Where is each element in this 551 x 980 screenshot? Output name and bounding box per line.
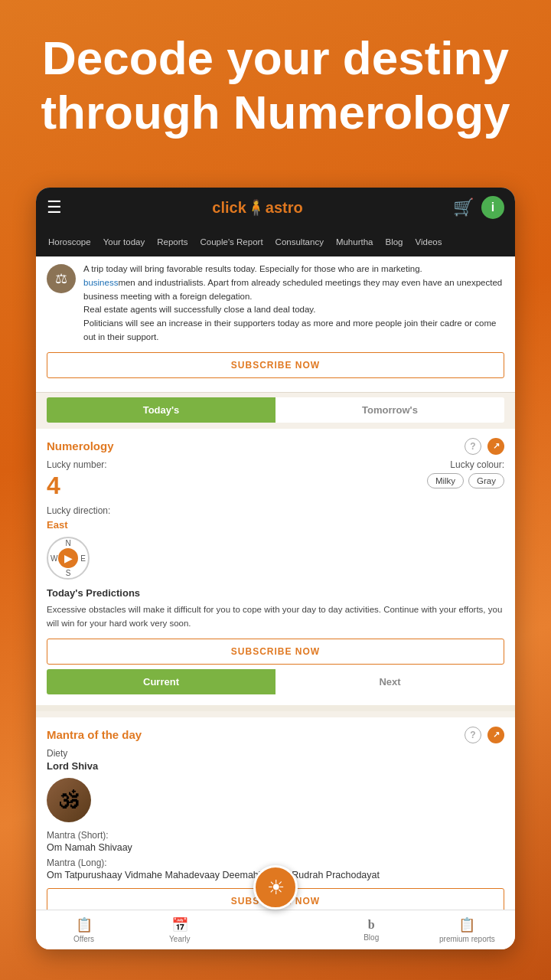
current-tab[interactable]: Current xyxy=(47,669,276,694)
numerology-info-icon[interactable]: ? xyxy=(465,438,481,455)
menu-horoscope[interactable]: Horoscope xyxy=(42,237,97,247)
predictions-text: Excessive obstacles will make it difficu… xyxy=(47,603,504,631)
premium-icon: 📋 xyxy=(458,916,475,933)
menu-your-today[interactable]: Your today xyxy=(97,237,152,247)
content-area: ⚖ A trip today will bring favorable resu… xyxy=(36,256,515,910)
blog-icon: b xyxy=(368,918,375,932)
menu-consultancy[interactable]: Consultancy xyxy=(269,237,330,247)
user-initial: i xyxy=(491,201,494,214)
compass-west: W xyxy=(51,554,57,562)
article-text-part4: Politicians will see an increase in thei… xyxy=(83,318,497,341)
hamburger-icon[interactable]: ☰ xyxy=(47,198,62,217)
deity-label: Diety xyxy=(47,748,504,759)
article-text: A trip today will bring favorable result… xyxy=(83,263,504,345)
compass-arrow: ▶ xyxy=(58,548,78,568)
mantra-title-row: Mantra of the day ? ↗ xyxy=(47,727,504,743)
bottom-bar: 📋 Offers 📅 Yearly ☀ b Blog 📋 premium rep… xyxy=(36,910,515,949)
sun-button[interactable]: ☀ xyxy=(253,865,298,910)
subscribe-button-1[interactable]: SUBSCRIBE NOW xyxy=(47,352,504,378)
mantra-short-value: Om Namah Shivaay xyxy=(47,842,504,853)
mantra-short-label: Mantra (Short): xyxy=(47,830,504,841)
deity-emoji: 🕉 xyxy=(58,787,80,812)
section-divider-1 xyxy=(36,705,515,711)
lucky-colours-row: Milky Gray xyxy=(427,473,504,488)
menu-reports[interactable]: Reports xyxy=(151,237,194,247)
premium-label: premium reports xyxy=(439,935,495,943)
blog-label: Blog xyxy=(364,933,379,942)
logo: click🧍astro xyxy=(212,198,302,217)
compass-north: N xyxy=(65,539,70,547)
mantra-title: Mantra of the day xyxy=(47,728,142,741)
yearly-icon: 📅 xyxy=(171,916,188,933)
deity-name: Lord Shiva xyxy=(47,760,504,772)
direction-label: Lucky direction: xyxy=(47,505,504,516)
numerology-title-row: Numerology ? ↗ xyxy=(47,438,504,455)
next-tab[interactable]: Next xyxy=(276,669,504,694)
lucky-number-block: Lucky number: 4 xyxy=(47,459,107,498)
hero-section: Decode your destiny through Numerology xyxy=(0,0,551,155)
nav-bar: ☰ click🧍astro 🛒 i xyxy=(36,188,515,227)
compass-ring: N S E W ▶ xyxy=(47,537,90,580)
mantra-share-icon[interactable]: ↗ xyxy=(487,727,504,743)
lucky-number-label: Lucky number: xyxy=(47,459,107,470)
hero-line1: Decode your destiny xyxy=(42,31,509,84)
mantra-title-icons: ? ↗ xyxy=(465,727,504,743)
hero-line2: through Numerology xyxy=(41,86,510,139)
lucky-colour-label: Lucky colour: xyxy=(427,459,504,470)
logo-prefix: click xyxy=(212,199,246,216)
compass: N S E W ▶ xyxy=(47,537,90,580)
direction-value: East xyxy=(47,519,504,531)
article-header: ⚖ A trip today will bring favorable resu… xyxy=(47,263,504,345)
lucky-colour-block: Lucky colour: Milky Gray xyxy=(427,459,504,488)
user-badge[interactable]: i xyxy=(481,196,504,219)
numerology-title-icons: ? ↗ xyxy=(465,438,504,455)
today-tomorrow-tab-1: Today's Tomorrow's xyxy=(47,397,504,423)
menu-couples-report[interactable]: Couple's Report xyxy=(194,237,269,247)
sun-circle-icon[interactable]: ☀ xyxy=(253,865,298,910)
numerology-section: Numerology ? ↗ Lucky number: 4 Lucky col… xyxy=(36,429,515,705)
colour-milky: Milky xyxy=(427,473,464,488)
article-section: ⚖ A trip today will bring favorable resu… xyxy=(36,256,515,393)
mantra-info-icon[interactable]: ? xyxy=(465,727,481,743)
logo-person-icon: 🧍 xyxy=(246,199,266,216)
deity-image: 🕉 xyxy=(47,778,91,822)
colour-gray: Gray xyxy=(468,473,504,488)
predictions-title: Today's Predictions xyxy=(47,587,504,599)
phone-card: ☰ click🧍astro 🛒 i Horoscope Your today R… xyxy=(36,188,515,949)
bottom-tab-premium[interactable]: 📋 premium reports xyxy=(419,916,515,943)
menu-blog[interactable]: Blog xyxy=(379,237,409,247)
bottom-tab-yearly[interactable]: 📅 Yearly xyxy=(132,916,227,943)
yearly-label: Yearly xyxy=(169,935,190,943)
article-text-part1: A trip today will bring favorable result… xyxy=(83,264,422,273)
compass-south: S xyxy=(66,569,71,577)
libra-icon: ⚖ xyxy=(47,264,76,293)
article-highlight: businessmen and industrialists. Apart fr… xyxy=(83,278,502,301)
current-next-tab: Current Next xyxy=(47,669,504,694)
bottom-tab-offers[interactable]: 📋 Offers xyxy=(36,916,132,943)
lucky-number-value: 4 xyxy=(47,473,107,498)
nav-right: 🛒 i xyxy=(453,196,504,219)
subscribe-button-2[interactable]: SUBSCRIBE NOW xyxy=(47,639,504,665)
compass-east: E xyxy=(80,554,86,562)
menu-row: Horoscope Your today Reports Couple's Re… xyxy=(36,227,515,256)
tomorrow-tab-1[interactable]: Tomorrow's xyxy=(276,397,504,423)
today-tab-1[interactable]: Today's xyxy=(47,397,276,423)
offers-label: Offers xyxy=(73,935,94,943)
bottom-tab-blog[interactable]: b Blog xyxy=(324,918,419,942)
lucky-row: Lucky number: 4 Lucky colour: Milky Gray xyxy=(47,459,504,498)
logo-suffix: astro xyxy=(266,199,303,216)
article-text-part3: Real estate agents will successfully clo… xyxy=(83,305,315,314)
cart-icon[interactable]: 🛒 xyxy=(453,198,474,217)
menu-videos[interactable]: Videos xyxy=(409,237,448,247)
numerology-share-icon[interactable]: ↗ xyxy=(487,438,504,455)
menu-muhurtha[interactable]: Muhurtha xyxy=(330,237,380,247)
offers-icon: 📋 xyxy=(76,916,93,933)
numerology-title: Numerology xyxy=(47,439,114,452)
